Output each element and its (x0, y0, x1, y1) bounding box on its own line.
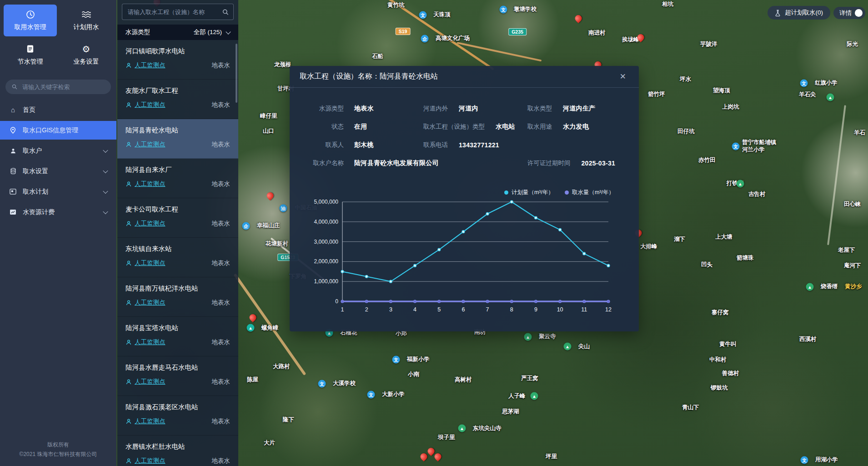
green-poi-marker[interactable]: ▲ (806, 283, 814, 291)
monitor-type-link[interactable]: 人工监测点 (125, 180, 166, 188)
red-pin-marker[interactable] (265, 191, 275, 200)
green-poi-marker[interactable]: ▲ (737, 180, 744, 188)
svg-text:4: 4 (413, 306, 416, 313)
green-poi-marker[interactable]: ▲ (524, 333, 532, 341)
list-item[interactable]: 陆河县激石溪老区水电站人工监测点地表水 (117, 396, 238, 436)
detail-toggle[interactable]: 详情 (833, 7, 865, 19)
field-label: 取水用途 (527, 123, 552, 131)
blue-poi-marker[interactable]: 文 (800, 80, 808, 87)
list-item[interactable]: 友能水厂取水工程人工监测点地表水 (117, 80, 238, 119)
green-poi-marker[interactable]: ▲ (458, 425, 466, 432)
svg-text:5,000,000: 5,000,000 (314, 199, 339, 205)
list-item[interactable]: 陆河县南万镇杞洋水电站人工监测点地表水 (117, 277, 238, 317)
green-poi-marker[interactable]: ▲ (531, 392, 538, 400)
list-item[interactable]: 麦卡公司取水工程人工监测点地表水 (117, 198, 238, 238)
monitor-type-link[interactable]: 人工监测点 (125, 378, 166, 386)
station-search-input[interactable] (127, 8, 222, 16)
blue-poi-marker[interactable]: 文 (367, 391, 375, 399)
list-item[interactable]: 陆河县宝塔水电站人工监测点地表水 (117, 317, 238, 356)
sidebar-item-5[interactable]: 取水计划 (0, 182, 116, 201)
sidebar-item-4[interactable]: 取水设置 (0, 162, 116, 180)
monitor-type-link[interactable]: 人工监测点 (125, 61, 166, 70)
search-icon[interactable] (222, 9, 229, 15)
list-item[interactable]: 陆河县青砼水电站人工监测点地表水 (117, 119, 238, 159)
red-pin-marker[interactable] (433, 452, 442, 461)
map-place-label: 中和村 (709, 356, 727, 364)
road-badge: G235 (508, 28, 527, 35)
monitor-type-link[interactable]: 人工监测点 (125, 457, 166, 465)
monitor-type-link[interactable]: 人工监测点 (125, 140, 166, 149)
monitor-type-link[interactable]: 人工监测点 (125, 299, 166, 307)
copyright-line2: ©2021 珠海市仁智科技有限公司 (0, 450, 116, 459)
module-tab-1[interactable]: 取用水管理 (4, 5, 57, 36)
blue-poi-marker[interactable]: 文 (318, 380, 326, 388)
menu-label: 取水设置 (23, 167, 48, 175)
person-icon (125, 300, 132, 306)
close-icon[interactable]: ✕ (620, 72, 626, 81)
legend-item[interactable]: 计划量（m³/年） (504, 189, 554, 196)
sidebar-item-2[interactable]: 取水口GIS信息管理 (0, 121, 116, 140)
station-search[interactable] (122, 4, 234, 20)
scrollbar-thumb[interactable] (236, 44, 237, 103)
station-name: 水唇镇水栏肚水电站 (125, 442, 230, 451)
list-item[interactable]: 陆河县水唇走马石水电站人工监测点地表水 (117, 356, 238, 396)
monitor-type-link[interactable]: 人工监测点 (125, 220, 166, 228)
module-tab-3[interactable]: 节水管理 (4, 39, 57, 71)
module-switcher: 取用水管理计划用水节水管理⚙业务设置 (0, 0, 116, 72)
search-icon (12, 84, 17, 90)
list-item[interactable]: 水唇镇水栏肚水电站人工监测点地表水 (117, 436, 238, 466)
map-place-label: 山口 (263, 128, 274, 135)
water-source-type: 地表水 (212, 101, 231, 109)
map-place-label: 天珠顶 (433, 11, 451, 19)
blue-poi-marker[interactable]: 油 (280, 205, 287, 212)
field-value: 2025-03-31 (582, 160, 616, 167)
red-pin-marker[interactable] (573, 14, 583, 23)
blue-poi-marker[interactable]: 文 (732, 143, 740, 150)
sidebar-item-3[interactable]: 取水户 (0, 141, 116, 160)
legend-label: 计划量（m³/年） (512, 189, 554, 196)
monitor-type-link[interactable]: 人工监测点 (125, 417, 166, 426)
list-item[interactable]: 陆河县自来水厂人工监测点地表水 (117, 159, 238, 198)
monitor-type-link[interactable]: 人工监测点 (125, 101, 166, 109)
svg-text:12: 12 (605, 306, 612, 313)
database-icon (10, 168, 16, 175)
blue-poi-marker[interactable]: 文 (801, 456, 808, 464)
field-value: 河道内 (459, 105, 478, 113)
toggle-knob[interactable] (855, 9, 863, 17)
field-label: 联系电话 (423, 141, 448, 149)
field-row: 状态在用取水工程（设施）类型水电站取水用途水力发电 (290, 118, 639, 136)
red-pin-marker[interactable] (248, 313, 257, 322)
blue-poi-marker[interactable]: 企 (242, 222, 250, 230)
blue-poi-marker[interactable]: 企 (421, 35, 429, 43)
map-place-label: 庵河下 (844, 262, 861, 270)
list-item[interactable]: 东坑镇自来水站人工监测点地表水 (117, 238, 238, 277)
filter-label: 水源类型 (125, 28, 150, 36)
red-pin-marker[interactable] (419, 452, 428, 461)
module-tab-4[interactable]: ⚙业务设置 (60, 39, 113, 71)
monitor-type-link[interactable]: 人工监测点 (125, 259, 166, 267)
green-poi-marker[interactable]: ▲ (564, 343, 572, 351)
filter-value: 全部 (125) (194, 28, 222, 36)
list-item[interactable]: 河口镇唱歌潭水电站人工监测点地表水 (117, 40, 238, 80)
blue-poi-marker[interactable]: 文 (500, 6, 507, 14)
green-poi-marker[interactable]: ▲ (827, 94, 834, 101)
blue-poi-marker[interactable]: 文 (419, 11, 427, 19)
over-plan-button[interactable]: 超计划取水(0) (768, 6, 830, 20)
station-detail-modal: 取水工程（设施）名称：陆河县青砼水电站 ✕ 水源类型地表水河道内外河道内取水类型… (290, 66, 639, 331)
map-place-label: 高树村 (455, 376, 472, 384)
filter-dropdown[interactable]: 全部 (125) (194, 28, 230, 36)
station-list: 河口镇唱歌潭水电站人工监测点地表水友能水厂取水工程人工监测点地表水陆河县青砼水电… (117, 40, 238, 466)
field: 联系人彭木桃 (290, 136, 374, 154)
map-place-label: 石船 (372, 53, 383, 60)
monitor-type-link[interactable]: 人工监测点 (125, 338, 166, 346)
field-label: 取水工程（设施）类型 (423, 123, 485, 131)
sidebar-search-input[interactable] (21, 83, 105, 91)
map-place-label: 望海顶 (713, 87, 730, 95)
sidebar-search[interactable] (5, 80, 111, 94)
module-tab-2[interactable]: 计划用水 (60, 5, 113, 36)
sidebar-item-1[interactable]: ⌂首页 (0, 100, 116, 119)
legend-item[interactable]: 取水量（m³/年） (565, 189, 614, 196)
teal-poi-marker[interactable]: ▲ (247, 324, 255, 332)
sidebar-item-6[interactable]: 水资源计费 (0, 203, 116, 221)
blue-poi-marker[interactable]: 文 (392, 356, 400, 364)
